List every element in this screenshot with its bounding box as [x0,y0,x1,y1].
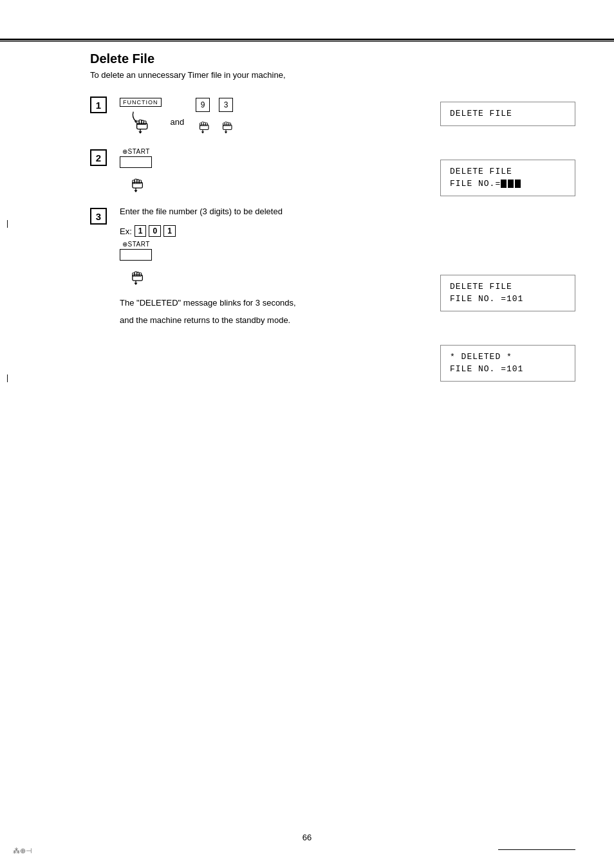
svg-marker-14 [201,132,205,134]
svg-marker-21 [225,132,228,134]
hand-icon-1 [129,108,152,134]
step-3-start-group: ⊕START [120,241,414,285]
lcd-display-1: DELETE FILE [440,102,575,126]
hand-icon-3 [216,112,236,134]
svg-rect-18 [227,122,229,125]
lcd-display-4: * DELETED * FILE NO. =101 [440,345,575,382]
hand-icon-2 [124,168,147,192]
and-text: and [171,117,185,127]
key-3-btn: 3 [219,98,233,112]
svg-rect-5 [144,121,147,124]
hand-icon-9 [193,112,212,134]
svg-rect-12 [206,123,208,126]
start-btn-3 [120,249,152,285]
bottom-left-marks: ⁂⊕⊣ [13,847,32,855]
key-9-btn: 9 [196,98,210,112]
lcd-2-wrapper: DELETE FILE FILE NO.= [440,160,575,196]
ex-keys-row: Ex: 1 0 1 [120,225,414,237]
svg-rect-17 [225,122,227,126]
start-rect-2 [120,156,152,168]
svg-rect-11 [204,122,206,125]
step-3-content: Enter the file number (3 digits) to be d… [120,207,414,328]
svg-marker-28 [134,190,137,192]
key-3-group: 3 [216,98,236,134]
ex-key-1: 1 [135,225,147,237]
hand-icon-3b [124,261,147,285]
step-1-keys: FUNCTION [120,98,236,134]
top-border-thin [0,41,614,42]
left-margin-mark2: | [6,373,8,382]
step-1-row: 1 FUNCTION [90,95,414,134]
ex-key-0: 0 [149,225,161,237]
bottom-right-line [498,849,575,850]
lcd-2-line1: DELETE FILE [450,165,566,178]
step-3-instruction: Enter the file number (3 digits) to be d… [120,207,414,216]
deleted-message-text: The "DELETED" message blinks for 3 secon… [120,293,414,328]
svg-marker-35 [134,283,137,285]
key-9-group: 9 [193,98,212,134]
step-1-content: FUNCTION [120,95,414,134]
lcd-2-line2: FILE NO.= [450,178,566,190]
ex-key-1b: 1 [163,225,176,237]
lcd-4-line2: FILE NO. =101 [450,363,566,376]
svg-rect-26 [139,180,141,183]
top-border-thick [0,39,614,41]
deleted-line1: The "DELETED" message blinks for 3 secon… [120,297,414,310]
lcd-1-wrapper: DELETE FILE [440,102,575,126]
lcd-3-wrapper: DELETE FILE FILE NO. =101 [440,275,575,311]
start-label-2: ⊕START [122,148,150,155]
lcd-display-3: DELETE FILE FILE NO. =101 [440,275,575,311]
step-3-number: 3 [96,211,101,222]
svg-rect-10 [202,122,204,126]
ex-row: Ex: 1 0 1 ⊕START [120,225,414,328]
blink-blocks [501,180,521,188]
page-title: Delete File [90,51,575,66]
step-2-number: 2 [96,152,101,163]
function-label: FUNCTION [120,98,162,107]
start-label-3: ⊕START [122,241,150,248]
ex-label: Ex: [120,226,132,236]
page-subtitle: To delete an unnecessary Timer file in y… [90,70,575,80]
function-key-illustration: FUNCTION [120,98,162,134]
start-btn-2 [120,156,152,192]
left-margin-mark1: | [6,219,8,228]
step-3-box: 3 [90,208,107,225]
lcd-displays-column: DELETE FILE DELETE FILE FILE NO.= DELETE… [440,95,575,382]
lcd-4-wrapper: * DELETED * FILE NO. =101 [440,345,575,382]
lcd-1-line1: DELETE FILE [450,107,566,120]
start-rect-3 [120,249,152,261]
step-2-content: ⊕START [120,148,414,192]
step-3-row: 3 Enter the file number (3 digits) to be… [90,207,414,328]
lcd-3-line1: DELETE FILE [450,281,566,293]
step-1-box: 1 [90,97,107,113]
steps-container: 1 FUNCTION [90,95,414,382]
svg-rect-33 [139,273,141,276]
lcd-display-2: DELETE FILE FILE NO.= [440,160,575,196]
page-number: 66 [302,833,312,842]
key-9-illustration: 9 [193,98,236,134]
step-2-start-group: ⊕START [120,148,152,192]
lcd-4-line1: * DELETED * [450,351,566,364]
svg-rect-9 [200,123,202,126]
svg-marker-7 [139,131,142,134]
lcd-3-line2: FILE NO. =101 [450,293,566,306]
svg-rect-16 [223,123,225,126]
svg-rect-19 [229,123,231,126]
step-1-number: 1 [96,100,101,111]
deleted-line2: and the machine returns to the standby m… [120,314,414,328]
step-2-row: 2 ⊕START [90,148,414,192]
step-2-box: 2 [90,149,107,166]
